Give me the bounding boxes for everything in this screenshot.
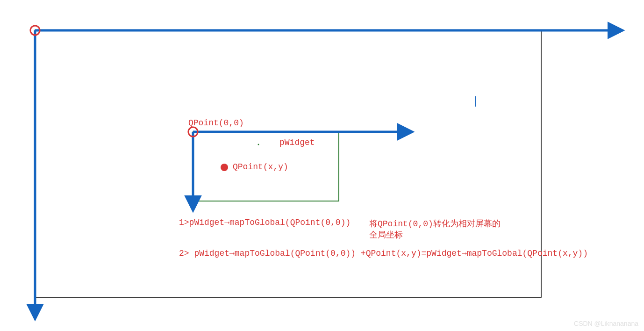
note-1b: 将QPoint(0,0)转化为相对屏幕的 xyxy=(369,218,501,229)
stray-dot xyxy=(258,144,259,145)
note-2: 2> pWidget→mapToGlobal(QPoint(0,0)) +QPo… xyxy=(179,249,588,258)
note-1a: 1>pWidget→mapToGlobal(QPoint(0,0)) xyxy=(179,218,351,227)
point-xy-dot xyxy=(221,164,228,171)
watermark: CSDN @Liknananana xyxy=(574,320,638,327)
widget-label: pWidget xyxy=(279,138,315,147)
text-caret xyxy=(475,96,476,107)
diagram-canvas xyxy=(0,0,644,331)
point-xy-label: QPoint(x,y) xyxy=(233,162,288,172)
inner-origin-label: QPoint(0,0) xyxy=(188,118,244,128)
note-1c: 全局坐标 xyxy=(369,229,403,240)
